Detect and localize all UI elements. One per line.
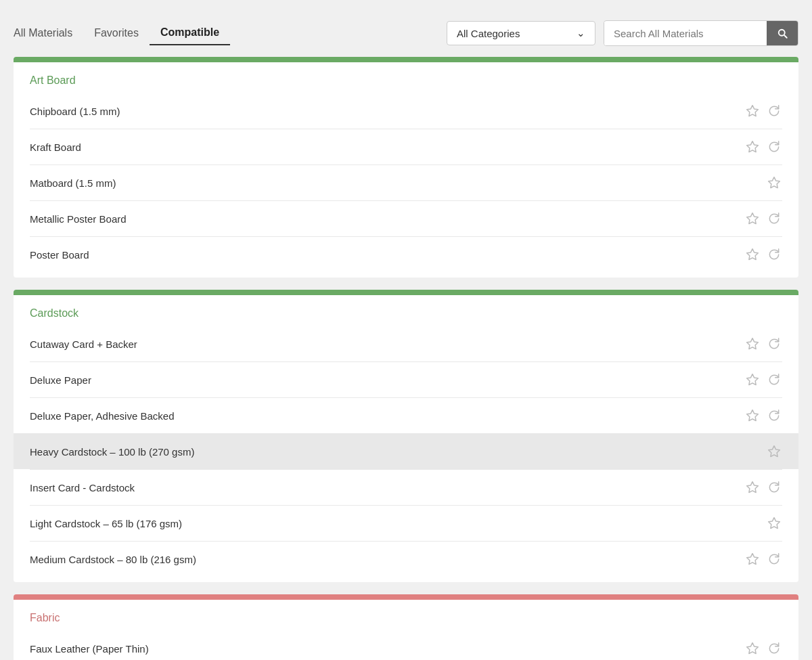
material-list-art-board: Chipboard (1.5 mm) Kraft Board Matboard …	[14, 93, 798, 272]
favorite-button-insert-card-cardstock[interactable]	[744, 479, 761, 496]
item-actions-faux-leather	[744, 640, 782, 657]
material-item-poster-board: Poster Board	[30, 236, 782, 272]
refresh-icon	[767, 104, 781, 118]
section-top-bar-cardstock	[14, 290, 798, 295]
favorite-button-heavy-cardstock[interactable]	[766, 443, 782, 460]
item-actions-medium-cardstock	[744, 551, 782, 567]
refresh-icon	[767, 373, 781, 387]
refresh-icon	[767, 212, 781, 225]
material-item-light-cardstock: Light Cardstock – 65 lb (176 gsm)	[30, 505, 782, 541]
material-list-cardstock: Cutaway Card + Backer Deluxe Paper Delux…	[14, 326, 798, 577]
favorite-button-chipboard[interactable]	[744, 103, 761, 119]
material-item-deluxe-paper: Deluxe Paper	[30, 361, 782, 397]
material-name-deluxe-paper: Deluxe Paper	[30, 374, 91, 386]
material-list-fabric: Faux Leather (Paper Thin)	[14, 631, 798, 660]
refresh-icon	[767, 140, 781, 154]
section-title-cardstock: Cardstock	[30, 307, 782, 320]
refresh-button-deluxe-paper-adhesive[interactable]	[766, 408, 782, 424]
material-name-poster-board: Poster Board	[30, 249, 89, 261]
star-icon	[767, 176, 781, 190]
section-cardstock: CardstockCutaway Card + Backer Deluxe Pa…	[14, 290, 798, 582]
search-input[interactable]	[604, 22, 767, 45]
favorite-button-deluxe-paper[interactable]	[744, 372, 761, 388]
item-actions-insert-card-cardstock	[744, 479, 782, 496]
item-actions-deluxe-paper-adhesive	[744, 408, 782, 424]
refresh-button-chipboard[interactable]	[766, 103, 782, 119]
refresh-icon	[767, 642, 781, 655]
section-art-board: Art BoardChipboard (1.5 mm) Kraft Board …	[14, 57, 798, 278]
item-actions-metallic-poster-board	[744, 211, 782, 227]
material-name-chipboard: Chipboard (1.5 mm)	[30, 106, 120, 117]
star-icon	[767, 445, 781, 458]
refresh-button-metallic-poster-board[interactable]	[766, 211, 782, 227]
star-icon	[746, 552, 759, 566]
star-icon	[746, 248, 759, 261]
section-top-bar-art-board	[14, 57, 798, 62]
category-dropdown[interactable]: All Categories ⌄	[447, 21, 595, 45]
refresh-button-deluxe-paper[interactable]	[766, 372, 782, 388]
material-name-light-cardstock: Light Cardstock – 65 lb (176 gsm)	[30, 518, 182, 529]
item-actions-matboard	[766, 175, 782, 191]
refresh-button-poster-board[interactable]	[766, 246, 782, 263]
search-button[interactable]	[767, 21, 798, 45]
refresh-icon	[767, 552, 781, 566]
favorite-button-matboard[interactable]	[766, 175, 782, 191]
star-icon	[746, 409, 759, 422]
material-name-matboard: Matboard (1.5 mm)	[30, 177, 116, 189]
refresh-icon	[767, 248, 781, 261]
favorite-button-deluxe-paper-adhesive[interactable]	[744, 408, 761, 424]
material-name-deluxe-paper-adhesive: Deluxe Paper, Adhesive Backed	[30, 410, 174, 422]
material-item-cutaway-card-backer: Cutaway Card + Backer	[30, 326, 782, 361]
star-icon	[746, 481, 759, 494]
favorite-button-medium-cardstock[interactable]	[744, 551, 761, 567]
refresh-icon	[767, 337, 781, 351]
search-bar	[604, 20, 798, 46]
favorite-button-metallic-poster-board[interactable]	[744, 211, 761, 227]
material-name-kraft-board: Kraft Board	[30, 141, 81, 153]
star-icon	[746, 337, 759, 351]
category-dropdown-label: All Categories	[457, 28, 520, 39]
favorite-button-kraft-board[interactable]	[744, 139, 761, 155]
favorite-button-faux-leather[interactable]	[744, 640, 761, 657]
section-header-cardstock: Cardstock	[14, 295, 798, 326]
item-actions-heavy-cardstock	[766, 443, 782, 460]
search-icon	[776, 27, 788, 39]
section-title-art-board: Art Board	[30, 74, 782, 87]
item-actions-cutaway-card-backer	[744, 336, 782, 352]
star-icon	[767, 516, 781, 530]
nav-tab-compatible[interactable]: Compatible	[150, 21, 230, 45]
material-item-insert-card-cardstock: Insert Card - Cardstock	[30, 469, 782, 505]
star-icon	[746, 373, 759, 387]
top-navigation: All MaterialsFavoritesCompatible All Cat…	[14, 14, 798, 57]
material-name-faux-leather: Faux Leather (Paper Thin)	[30, 643, 149, 655]
dropdown-arrow-icon: ⌄	[577, 27, 585, 39]
material-item-metallic-poster-board: Metallic Poster Board	[30, 200, 782, 236]
nav-tab-favorites[interactable]: Favorites	[83, 22, 150, 45]
material-name-metallic-poster-board: Metallic Poster Board	[30, 213, 127, 225]
material-name-insert-card-cardstock: Insert Card - Cardstock	[30, 482, 135, 493]
sections-container: Art BoardChipboard (1.5 mm) Kraft Board …	[14, 57, 798, 660]
section-top-bar-fabric	[14, 594, 798, 600]
refresh-button-cutaway-card-backer[interactable]	[766, 336, 782, 352]
favorite-button-light-cardstock[interactable]	[766, 515, 782, 531]
refresh-icon	[767, 409, 781, 422]
material-item-deluxe-paper-adhesive: Deluxe Paper, Adhesive Backed	[30, 397, 782, 433]
refresh-button-medium-cardstock[interactable]	[766, 551, 782, 567]
refresh-button-insert-card-cardstock[interactable]	[766, 479, 782, 496]
material-name-medium-cardstock: Medium Cardstock – 80 lb (216 gsm)	[30, 554, 196, 565]
section-header-art-board: Art Board	[14, 62, 798, 93]
refresh-button-kraft-board[interactable]	[766, 139, 782, 155]
favorite-button-cutaway-card-backer[interactable]	[744, 336, 761, 352]
nav-tab-all-materials[interactable]: All Materials	[14, 22, 83, 45]
star-icon	[746, 140, 759, 154]
refresh-icon	[767, 481, 781, 494]
item-actions-chipboard	[744, 103, 782, 119]
star-icon	[746, 212, 759, 225]
refresh-button-faux-leather[interactable]	[766, 640, 782, 657]
star-icon	[746, 642, 759, 655]
item-actions-light-cardstock	[766, 515, 782, 531]
favorite-button-poster-board[interactable]	[744, 246, 761, 263]
star-icon	[746, 104, 759, 118]
item-actions-poster-board	[744, 246, 782, 263]
nav-tabs: All MaterialsFavoritesCompatible	[14, 21, 230, 45]
